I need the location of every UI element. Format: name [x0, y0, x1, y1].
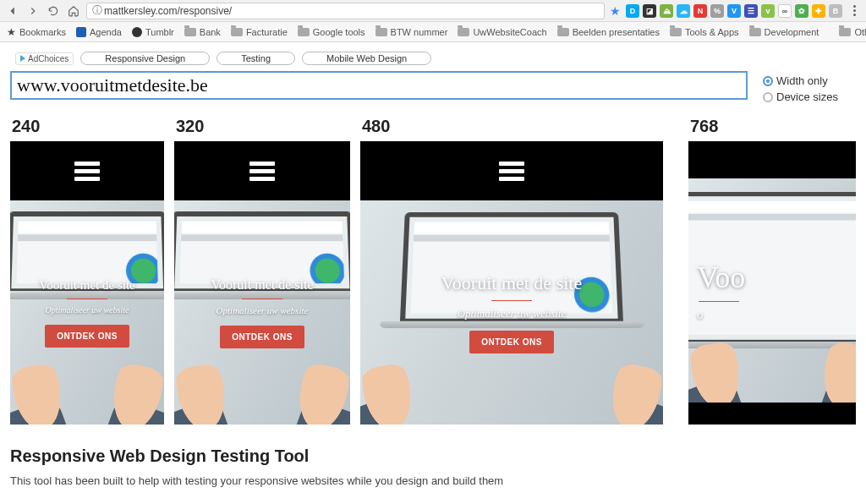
hero-subtitle: o: [697, 308, 704, 322]
site-header: [360, 141, 663, 200]
folder-icon: [458, 28, 469, 36]
address-bar[interactable]: ⓘ mattkersley.com/responsive/: [86, 3, 605, 19]
favicon-icon: [132, 27, 142, 37]
bookmark-item[interactable]: Tumblr: [132, 27, 174, 37]
hamburger-icon[interactable]: [249, 158, 275, 184]
site-hero: Vooruit met de site Optimaliseer uw webs…: [174, 200, 350, 425]
extension-icon[interactable]: v: [761, 4, 775, 18]
device-sizes-option[interactable]: Device sizes: [763, 90, 856, 103]
hands-graphic: [174, 340, 350, 425]
site-header: [688, 141, 856, 178]
preview-frame[interactable]: Vooruit met de site Optimaliseer uw webs…: [174, 141, 350, 425]
site-hero: Voo o: [688, 178, 856, 403]
extension-icon[interactable]: ◪: [643, 4, 656, 18]
hero-heading: Voo: [697, 260, 745, 295]
adchoices-badge[interactable]: AdChoices: [15, 52, 74, 65]
hero-subtitle: Optimaliseer uw website: [46, 305, 129, 315]
divider: [491, 300, 532, 301]
laptop-graphic: [174, 211, 350, 337]
folder-icon: [670, 28, 682, 36]
star-icon: ★: [7, 26, 16, 38]
bookmark-item[interactable]: Agenda: [76, 27, 122, 37]
hero-heading: Vooruit met de site: [441, 272, 582, 294]
page-description: Responsive Web Design Testing Tool This …: [10, 446, 856, 487]
preview-frame[interactable]: Voo o: [688, 141, 856, 425]
cta-button[interactable]: ONTDEK ONS: [220, 326, 304, 348]
size-mode-options: Width only Device sizes: [763, 71, 856, 107]
extension-icon[interactable]: ☁: [677, 4, 690, 18]
cta-button[interactable]: ONTDEK ONS: [45, 325, 129, 348]
ad-row: AdChoices Responsive Design Testing Mobi…: [15, 49, 856, 68]
folder-icon: [184, 28, 196, 36]
bookmark-label: Development: [765, 27, 819, 37]
url-text: mattkersley.com/responsive/: [104, 5, 232, 17]
width-label: 768: [690, 117, 856, 136]
extension-icon[interactable]: ☰: [744, 4, 758, 18]
hands-graphic: [688, 318, 856, 403]
preview-col-768: 768 Voo o: [688, 113, 856, 425]
bookmark-label: Beelden presentaties: [573, 27, 660, 37]
bookmark-label: Facturatie: [246, 27, 288, 37]
home-button[interactable]: [66, 3, 81, 19]
other-bookmarks[interactable]: Other Bookmarks: [839, 27, 866, 37]
radio-icon: [763, 76, 773, 86]
bookmark-label: Bookmarks: [19, 27, 66, 37]
hero-subtitle: Optimaliseer uw website: [458, 307, 567, 320]
preview-row: 240 Vooruit met de site Optimaliseer uw …: [10, 113, 856, 425]
folder-icon: [749, 28, 761, 36]
page-body-text: This tool has been built to help with te…: [10, 474, 856, 487]
extension-icon[interactable]: %: [710, 4, 724, 18]
extension-icon[interactable]: ✿: [795, 4, 808, 18]
hamburger-icon[interactable]: [499, 158, 524, 184]
width-label: 480: [362, 117, 663, 136]
extension-icon[interactable]: N: [693, 4, 707, 18]
ad-link[interactable]: Mobile Web Design: [302, 52, 431, 65]
bookmark-item[interactable]: Facturatie: [231, 27, 288, 37]
extension-icon[interactable]: ∞: [778, 4, 792, 18]
chrome-menu-icon[interactable]: [847, 5, 861, 16]
favicon-icon: [76, 27, 86, 37]
bookmark-item[interactable]: Bank: [184, 27, 221, 37]
reload-button[interactable]: [46, 3, 61, 19]
bookmark-item[interactable]: ★Bookmarks: [7, 26, 66, 38]
bookmark-item[interactable]: Beelden presentaties: [557, 27, 660, 37]
divider: [699, 301, 739, 302]
extension-icon[interactable]: D: [626, 4, 639, 18]
bookmark-label: UwWebsiteCoach: [473, 27, 546, 37]
hamburger-icon[interactable]: [74, 158, 100, 184]
bookmark-item[interactable]: Google tools: [298, 27, 365, 37]
extension-icon[interactable]: V: [727, 4, 741, 18]
page-content: AdChoices Responsive Design Testing Mobi…: [0, 42, 866, 487]
bookmark-star-icon[interactable]: ★: [610, 4, 621, 18]
preview-col-480: 480 Vooruit met de site Optimaliseer uw …: [360, 113, 663, 425]
test-url-input[interactable]: [10, 71, 748, 100]
ad-link[interactable]: Testing: [216, 52, 295, 65]
folder-icon: [839, 28, 851, 36]
width-label: 320: [176, 117, 350, 136]
bookmark-item[interactable]: Tools & Apps: [670, 27, 739, 37]
preview-frame[interactable]: Vooruit met de site Optimaliseer uw webs…: [10, 141, 164, 425]
bookmark-label: Google tools: [313, 27, 365, 37]
extension-icon[interactable]: B: [829, 4, 842, 18]
folder-icon: [231, 28, 243, 36]
width-only-option[interactable]: Width only: [763, 74, 856, 87]
option-label: Device sizes: [776, 90, 838, 103]
preview-frame[interactable]: Vooruit met de site Optimaliseer uw webs…: [360, 141, 663, 425]
forward-button[interactable]: [25, 3, 41, 19]
folder-icon: [557, 28, 569, 36]
bookmark-label: Tools & Apps: [685, 27, 739, 37]
bookmark-label: Bank: [200, 27, 221, 37]
hero-heading: Vooruit met de site: [39, 278, 134, 293]
bookmark-item[interactable]: Development: [749, 27, 819, 37]
ad-link[interactable]: Responsive Design: [80, 52, 210, 65]
bookmark-item[interactable]: BTW nummer: [375, 27, 448, 37]
divider: [67, 299, 107, 299]
folder-icon: [298, 28, 310, 36]
bookmark-item[interactable]: UwWebsiteCoach: [458, 27, 546, 37]
cta-button[interactable]: ONTDEK ONS: [469, 331, 554, 353]
extension-icon[interactable]: ⛰: [660, 4, 673, 18]
adchoices-label: AdChoices: [28, 54, 69, 63]
back-button[interactable]: [5, 3, 20, 19]
bookmark-label: Agenda: [90, 27, 122, 37]
extension-icon[interactable]: ✚: [812, 4, 825, 18]
